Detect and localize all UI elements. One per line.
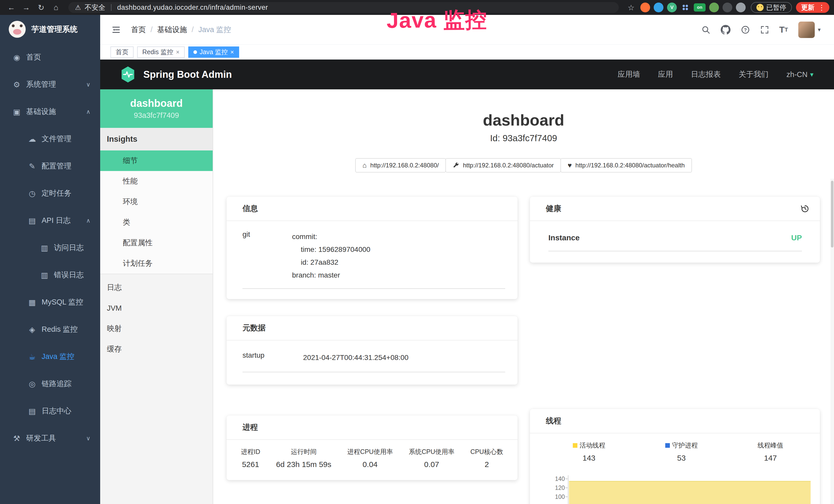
tab-label: 首页 bbox=[115, 48, 128, 56]
inst-item-jvm[interactable]: JVM bbox=[100, 298, 213, 318]
process-uptime: 运行时间 6d 23h 15m 59s bbox=[276, 448, 331, 469]
instance-main: dashboard Id: 93a3fc7f7409 ⌂ http://192.… bbox=[213, 89, 834, 504]
extension-icon-vue[interactable]: V bbox=[667, 3, 677, 12]
instance-header[interactable]: dashboard 93a3fc7f7409 bbox=[100, 89, 213, 128]
inst-item-logs[interactable]: 日志 bbox=[100, 277, 213, 298]
legend-swatch-yellow bbox=[573, 443, 577, 448]
sidebar-item-api-logs[interactable]: ▤ API 日志 ∧ bbox=[0, 207, 100, 234]
scrollbar-thumb[interactable] bbox=[831, 181, 833, 248]
sidebar-item-home[interactable]: ◉ 首页 bbox=[0, 44, 100, 71]
sidebar-item-label: 首页 bbox=[26, 52, 41, 62]
sidebar-item-error-logs[interactable]: ▥ 错误日志 bbox=[0, 261, 100, 289]
sba-nav-applications[interactable]: 应用 bbox=[658, 69, 673, 79]
close-icon[interactable]: × bbox=[231, 49, 234, 55]
back-button[interactable]: ← bbox=[5, 1, 18, 14]
user-menu[interactable]: ▾ bbox=[798, 22, 821, 38]
threads-card-body: 活动线程 143 守护进程 53 bbox=[530, 433, 820, 504]
inst-item-metrics[interactable]: 性能 bbox=[100, 171, 213, 191]
threads-chart: 140 120 100 bbox=[543, 477, 813, 504]
card-title: 线程 bbox=[546, 416, 561, 426]
browser-menu-dots-icon[interactable]: ⋮ bbox=[817, 3, 826, 12]
breadcrumb-separator: / bbox=[151, 25, 153, 34]
chevron-up-icon: ∧ bbox=[86, 108, 90, 115]
actuator-url-button[interactable]: http://192.168.0.2:48080/actuator bbox=[445, 158, 561, 173]
sidebar-item-redis-monitor[interactable]: ◈ Redis 监控 bbox=[0, 316, 100, 343]
paused-badge[interactable]: 已暂停 bbox=[751, 2, 792, 13]
sidebar-item-config-manage[interactable]: ✎ 配置管理 bbox=[0, 153, 100, 180]
sidebar-item-system[interactable]: ⚙ 系统管理 ∨ bbox=[0, 71, 100, 98]
tab-home[interactable]: 首页 bbox=[110, 46, 134, 58]
sidebar-item-label: 配置管理 bbox=[42, 161, 71, 171]
breadcrumb-infra[interactable]: 基础设施 bbox=[157, 25, 187, 35]
sidebar-item-tracing[interactable]: ◎ 链路追踪 bbox=[0, 370, 100, 397]
y-axis-tick-label: 140 bbox=[555, 476, 565, 482]
github-icon[interactable] bbox=[721, 24, 730, 36]
extension-icon-grid[interactable] bbox=[680, 3, 690, 12]
fullscreen-icon[interactable] bbox=[760, 24, 769, 36]
metadata-row-startup: startup 2021-04-27T00:44:31.254+08:00 bbox=[242, 351, 505, 372]
extension-icon-fox[interactable] bbox=[640, 3, 650, 12]
caret-down-icon: ▾ bbox=[810, 71, 813, 78]
browser-home-button[interactable]: ⌂ bbox=[49, 1, 63, 14]
app-logo[interactable]: 芋道管理系统 bbox=[0, 15, 100, 44]
language-selector[interactable]: zh-CN ▾ bbox=[787, 70, 813, 79]
sidebar-item-java-monitor[interactable]: ☕ Java 监控 bbox=[0, 343, 100, 370]
avatar bbox=[798, 22, 815, 38]
inst-item-environment[interactable]: 环境 bbox=[100, 191, 213, 212]
font-size-icon[interactable]: TT bbox=[779, 24, 788, 36]
extension-icon-drop[interactable] bbox=[654, 3, 663, 12]
dashboard-icon: ◉ bbox=[11, 53, 23, 62]
inst-item-config-props[interactable]: 配置属性 bbox=[100, 233, 213, 253]
sba-nav-about[interactable]: 关于我们 bbox=[739, 69, 768, 79]
tab-java-monitor[interactable]: Java 监控 × bbox=[188, 46, 239, 58]
inst-item-mappings[interactable]: 映射 bbox=[100, 318, 213, 339]
extension-icon-leaf[interactable] bbox=[709, 3, 719, 12]
sba-nav-wallboard[interactable]: 应用墙 bbox=[618, 69, 640, 79]
inst-item-classes[interactable]: 类 bbox=[100, 212, 213, 233]
reload-button[interactable]: ↻ bbox=[35, 1, 48, 14]
extension-icon-misc[interactable] bbox=[736, 3, 746, 12]
tab-redis-monitor[interactable]: Redis 监控 × bbox=[137, 46, 185, 58]
sidebar-toggle[interactable] bbox=[110, 24, 122, 36]
threads-legend: 活动线程 143 守护进程 53 bbox=[543, 441, 813, 462]
sidebar-item-mysql-monitor[interactable]: ▦ MySQL 监控 bbox=[0, 289, 100, 316]
health-url-button[interactable]: ♥ http://192.168.0.2:48080/actuator/heal… bbox=[561, 158, 692, 173]
sidebar-item-file-manage[interactable]: ☁ 文件管理 bbox=[0, 125, 100, 153]
infrastructure-icon: ▣ bbox=[11, 107, 23, 116]
extensions-puzzle-icon[interactable] bbox=[723, 3, 732, 12]
sidebar-item-log-center[interactable]: ▤ 日志中心 bbox=[0, 397, 100, 425]
close-icon[interactable]: × bbox=[176, 49, 179, 55]
address-bar[interactable]: ⚠ 不安全 dashboard.yudao.iocoder.cn/infra/a… bbox=[68, 2, 619, 13]
metadata-key: startup bbox=[242, 351, 303, 364]
legend-text: 线程峰值 bbox=[758, 441, 784, 450]
sidebar-nav: 芋道管理系统 ◉ 首页 ⚙ 系统管理 ∨ ▣ 基础设施 ∧ ☁ 文件管理 ✎ 配… bbox=[0, 15, 100, 504]
sidebar-item-dev-tools[interactable]: ⚒ 研发工具 ∨ bbox=[0, 425, 100, 452]
sba-nav-journal[interactable]: 日志报表 bbox=[691, 69, 721, 79]
database-icon: ▦ bbox=[26, 298, 38, 307]
search-icon[interactable] bbox=[701, 24, 710, 36]
health-card-body: Instance UP bbox=[530, 221, 820, 263]
help-icon[interactable]: ? bbox=[741, 24, 750, 36]
stat-value: 2 bbox=[470, 460, 503, 469]
forward-button[interactable]: → bbox=[20, 1, 33, 14]
sidebar-item-infra[interactable]: ▣ 基础设施 ∧ bbox=[0, 98, 100, 125]
sba-nav: 应用墙 应用 日志报表 关于我们 zh-CN ▾ bbox=[618, 69, 813, 79]
git-time-line: time: 1596289704000 bbox=[292, 243, 370, 256]
sidebar-item-access-logs[interactable]: ▥ 访问日志 bbox=[0, 234, 100, 261]
service-url-button[interactable]: ⌂ http://192.168.0.2:48080/ bbox=[355, 158, 446, 173]
header-actions: ? TT ▾ bbox=[701, 22, 821, 38]
y-axis-tick bbox=[565, 487, 568, 488]
inst-item-details[interactable]: 细节 bbox=[100, 151, 213, 171]
extension-icon-proxy-on[interactable]: on bbox=[694, 3, 706, 12]
inst-item-scheduled-tasks[interactable]: 计划任务 bbox=[100, 253, 213, 274]
inst-item-caches[interactable]: 缓存 bbox=[100, 339, 213, 360]
sidebar-item-scheduled-jobs[interactable]: ◷ 定时任务 bbox=[0, 180, 100, 207]
bookmark-star-icon[interactable]: ☆ bbox=[624, 1, 638, 14]
history-icon[interactable] bbox=[800, 204, 810, 213]
stat-value: 0.07 bbox=[409, 460, 455, 469]
breadcrumb-home[interactable]: 首页 bbox=[131, 25, 146, 35]
update-button[interactable]: 更新 ⋮ bbox=[796, 2, 829, 13]
cards-column-left: 信息 git commit: time: 1596289704000 id: 2… bbox=[226, 197, 518, 480]
cloud-icon: ☁ bbox=[26, 135, 38, 143]
document-icon: ▤ bbox=[26, 216, 38, 225]
